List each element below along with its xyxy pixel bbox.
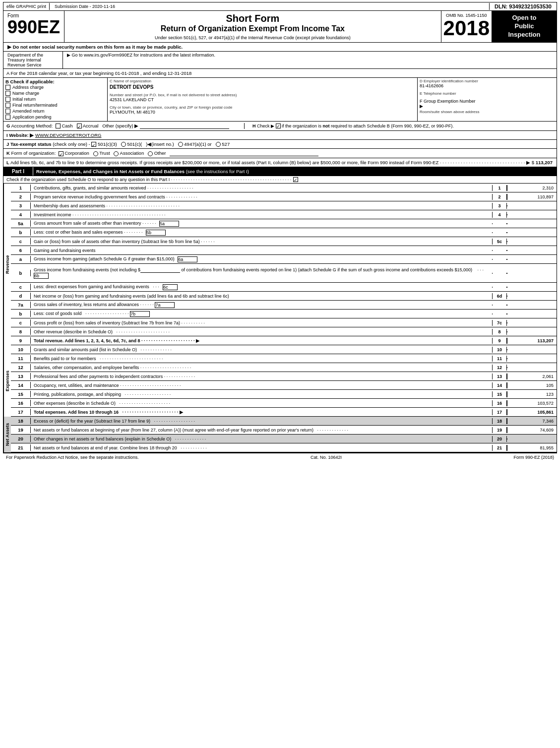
cash-checkbox[interactable] [56,124,61,128]
i-label: I Website: ▶ [6,132,34,138]
part1-title: Revenue, Expenses, and Changes in Net As… [33,167,557,176]
row-14-num: 14 [11,382,31,388]
addr-label: Number and street (or P.O. box, if mail … [110,93,415,97]
section-a-text: A For the 2018 calendar year, or tax yea… [6,70,191,76]
row-20: 20 Other changes in net assets or fund b… [11,435,557,443]
address-change-checkbox[interactable] [5,85,10,90]
row-12: 12 Salaries, other compensation, and emp… [11,363,557,372]
row-6a-num: a [11,256,31,262]
row-2-num: 2 [11,193,31,200]
row-21: 21 Net assets or fund balances at end of… [11,443,557,452]
h-checkbox[interactable] [276,124,281,128]
row-21-value: 81,955 [507,445,557,451]
k-assoc-label: Association [120,150,144,156]
initial-return-checkbox[interactable] [5,97,10,102]
row-6c: c Less: direct expenses from gaming and … [11,283,557,292]
row-5b-inline: 5b [146,230,166,236]
k-corp-checkbox[interactable] [59,151,63,156]
j-501c-checkbox[interactable] [121,142,126,147]
row-3-desc: Membership dues and assessments · · · · … [31,203,492,209]
row-12-value [507,367,557,368]
h-block: H Check ▶ if the organization is not req… [249,124,554,129]
k-trust-checkbox[interactable] [93,151,98,156]
j-4947-checkbox[interactable] [178,142,183,147]
k-other-checkbox[interactable] [148,151,153,156]
row-5c: c Gain or (loss) from sale of assets oth… [11,237,557,246]
k-assoc-checkbox[interactable] [114,151,119,156]
amended-return-checkbox[interactable] [5,109,10,114]
row-20-value [507,438,557,439]
row-20-num: 20 [11,436,31,442]
top-header: efile GRAPHIC print Submission Date - 20… [3,2,557,10]
row-7a-num: 7a [11,302,31,308]
row-10-linenum: 10 [492,347,507,353]
row-18-desc: Excess or (deficit) for the year (Subtra… [31,418,492,424]
row-18-linenum: 18 [492,418,507,424]
group-label: F Group Exemption Number [420,99,555,104]
row-15-value: 123 [507,391,557,397]
row-14: 14 Occupancy, rent, utilities, and maint… [11,381,557,390]
row-20-desc: Other changes in net assets or fund bala… [31,436,492,442]
row-5a-desc: Gross amount from sale of assets other t… [31,220,492,227]
final-return-checkbox[interactable] [5,103,10,108]
row-19-desc: Net assets or fund balances at beginning… [31,427,492,433]
j-501c3-checkbox[interactable] [91,142,96,147]
row-8-linenum: 8 [492,329,507,335]
expenses-section: Expenses 10 Grants and similar amounts p… [3,345,557,417]
application-pending-checkbox[interactable] [5,115,10,120]
dln: DLN: 93492321053530 [490,2,557,10]
dept-label: Department of the Treasury Internal Reve… [3,52,63,68]
k-trust-label: Trust [99,150,110,156]
row-7a-desc: Gross sales of inventory, less returns a… [31,302,492,309]
row-6c-num: c [11,284,31,290]
row-2: 2 Program service revenue including gove… [11,192,557,201]
acct-row: G Accounting Method: Cash Accrual Other … [3,122,557,131]
row-6b-desc: Gross income from fundraising events (no… [31,267,492,279]
accrual-label: Accrual [83,123,99,128]
row-9-num: 9 [11,337,31,344]
row-9: 9 Total revenue. Add lines 1, 2, 3, 4, 5… [11,336,557,345]
row-6b-num: b [11,270,31,276]
row-17-value: 105,861 [507,409,557,415]
row-6a-linenum [492,259,507,260]
g-label: G Accounting Method: [6,123,53,128]
row-6-num: 6 [11,247,31,253]
row-15: 15 Printing, publications, postage, and … [11,390,557,399]
org-name: DETROIT DEVOPS [110,84,415,90]
row-18-value: 7,346 [507,418,557,424]
j-527-checkbox[interactable] [216,142,221,147]
row-5c-desc: Gain or (loss) from sale of assets other… [31,239,492,245]
footer: For Paperwork Reduction Act Notice, see … [3,453,557,461]
row-11: 11 Benefits paid to or for members · · ·… [11,354,557,363]
phone-block: E Telephone number [420,91,555,96]
row-16-value: 103,572 [507,400,557,406]
row-10-num: 10 [11,346,31,353]
row-5a-num: 5a [11,220,31,227]
row-4-num: 4 [11,211,31,218]
check-schedule-checkbox[interactable] [293,177,298,182]
year: 2018 [443,18,490,39]
row-b: B Check if applicable: Address charge Na… [3,78,557,122]
address-block-inner: Number and street (or P.O. box, if mail … [110,93,415,102]
row-6c-linenum [492,287,507,288]
group-arrow: ▶ [420,104,423,109]
row-2-linenum: 2 [492,194,507,200]
row-13: 13 Professional fees and other payments … [11,372,557,381]
part1-label: Part I [3,167,33,176]
form-org-row: K Form of organization: Corporation Trus… [3,149,557,158]
row-b-center: C Name of organization DETROIT DEVOPS Nu… [108,78,418,121]
row-6-desc: Gaming and fundraising events [31,248,492,253]
row-9-linenum: 9 [492,338,507,344]
row-6d-desc: Net income or (loss) from gaming and fun… [31,293,492,299]
row-7a: 7a Gross sales of inventory, less return… [11,301,557,310]
row-8: 8 Other revenue (describe in Schedule O)… [11,327,557,336]
name-change-checkbox[interactable] [5,91,10,96]
row-13-linenum: 13 [492,374,507,379]
row-5c-linenum: 5c [492,239,507,245]
accrual-checkbox[interactable] [77,124,82,128]
j-text: (check only one) - 501(c)(3) 501(c)( )◀(… [53,141,230,147]
efile-label: efile GRAPHIC print [3,3,50,10]
address-value: 42531 LAKELAND CT [110,97,415,102]
row-9-value: 113,207 [507,338,557,344]
footer-cat: Cat. No. 10642I [311,455,342,460]
